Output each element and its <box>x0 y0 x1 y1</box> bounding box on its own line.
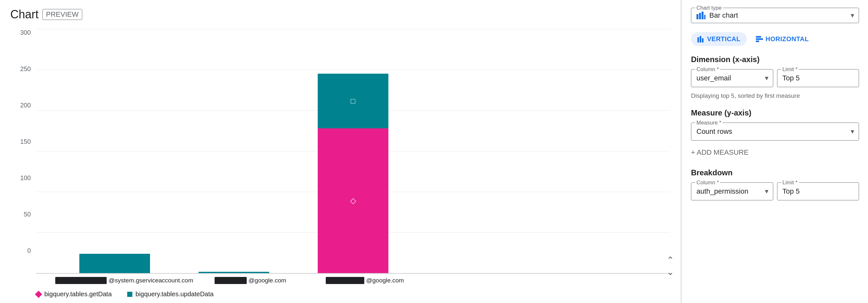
x-label-group-5 <box>536 274 651 284</box>
bar-chart-icon <box>696 11 706 19</box>
breakdown-column-field: Column * auth_permission ▾ <box>691 183 773 200</box>
y-axis: 300 250 200 150 100 50 0 <box>10 29 36 274</box>
chart-type-field: Chart type Bar chart ▾ <box>691 8 859 23</box>
redacted-1 <box>55 277 107 284</box>
legend-label-teal: bigquery.tables.updateData <box>135 291 214 298</box>
chart-type-section: Chart type Bar chart ▾ <box>691 8 859 23</box>
chart-legend: bigquery.tables.getData bigquery.tables.… <box>10 284 670 303</box>
legend-square-icon <box>127 292 132 297</box>
redacted-3 <box>326 277 364 284</box>
breakdown-column-label: Column * <box>695 180 720 186</box>
x-label-suffix-1: @system.gserviceaccount.com <box>108 277 193 284</box>
column-value: user_email <box>696 74 731 82</box>
svg-rect-0 <box>696 14 699 19</box>
breakdown-limit-field: Limit * Top 5 <box>777 183 859 200</box>
x-label-suffix-2: @google.com <box>249 277 286 284</box>
chart-title: Chart <box>10 8 38 21</box>
bar-group-2 <box>175 272 293 273</box>
measure-field-label: Measure * <box>695 120 722 126</box>
add-measure-button[interactable]: + ADD MEASURE <box>691 146 748 159</box>
horizontal-label: HORIZONTAL <box>766 35 809 43</box>
y-axis-150: 150 <box>20 138 31 145</box>
chart-area: Chart PREVIEW 300 250 200 150 100 50 0 <box>0 0 680 303</box>
svg-rect-1 <box>699 13 701 19</box>
measure-section: Measure (y-axis) Measure * Count rows ▾ … <box>691 108 859 159</box>
bar-icon-diamond: ◇ <box>350 196 356 205</box>
breakdown-limit-label: Limit * <box>781 180 799 186</box>
dimension-field-row: Column * user_email ▾ Limit * Top 5 <box>691 69 859 87</box>
chart-plot: 300 250 200 150 100 50 0 <box>10 29 670 274</box>
y-axis-50: 50 <box>24 211 31 218</box>
bar-stack-3: ◇ □ <box>318 74 389 273</box>
right-panel: Chart type Bar chart ▾ VERT <box>682 0 868 303</box>
y-axis-300: 300 <box>20 29 31 36</box>
limit-value: Top 5 <box>782 74 800 82</box>
chart-type-value: Bar chart <box>709 11 844 20</box>
y-axis-0: 0 <box>27 247 31 254</box>
svg-rect-4 <box>698 37 699 43</box>
limit-field: Limit * Top 5 <box>777 69 859 87</box>
legend-item-pink: bigquery.tables.getData <box>36 291 112 298</box>
add-measure-label: + ADD MEASURE <box>691 148 748 157</box>
column-field-label: Column * <box>695 66 720 73</box>
bars-container: ◇ □ <box>36 29 670 273</box>
chevron-down-icon[interactable]: ⌄ <box>666 267 674 277</box>
y-axis-200: 200 <box>20 102 31 109</box>
measure-value: Count rows <box>696 128 732 136</box>
svg-rect-8 <box>756 38 763 40</box>
bar-group-1 <box>55 254 175 273</box>
bar-icon-square: □ <box>351 97 355 106</box>
svg-rect-2 <box>702 11 704 19</box>
bar-stack-2 <box>198 272 269 273</box>
x-label-suffix-3: @google.com <box>366 277 404 284</box>
breakdown-section: Breakdown Column * auth_permission ▾ Lim… <box>691 168 859 200</box>
x-label-group-4 <box>422 274 536 284</box>
legend-diamond-icon <box>35 291 42 298</box>
chart-body: ◇ □ <box>36 29 670 274</box>
bar-pink-3: ◇ <box>318 128 389 273</box>
x-label-group-2: @google.com <box>193 274 307 284</box>
horizontal-button[interactable]: HORIZONTAL <box>749 32 815 46</box>
bar-group-3: ◇ □ <box>293 74 413 273</box>
orientation-buttons: VERTICAL HORIZONTAL <box>691 32 859 46</box>
measure-title: Measure (y-axis) <box>691 108 859 117</box>
chevron-up-icon[interactable]: ⌃ <box>666 255 674 265</box>
breakdown-field-row: Column * auth_permission ▾ Limit * Top 5 <box>691 183 859 200</box>
redacted-2 <box>215 277 247 284</box>
x-label-group-3: @google.com <box>307 274 422 284</box>
svg-rect-7 <box>756 36 761 38</box>
bar-teal-3: □ <box>318 74 389 128</box>
preview-badge: PREVIEW <box>42 9 82 20</box>
scroll-indicator[interactable]: ⌃ ⌄ <box>666 255 674 277</box>
column-field: Column * user_email ▾ <box>691 69 773 87</box>
legend-label-pink: bigquery.tables.getData <box>44 291 112 298</box>
limit-field-label: Limit * <box>781 66 799 73</box>
svg-rect-5 <box>700 36 701 43</box>
chart-type-label: Chart type <box>695 5 723 11</box>
breakdown-limit-value: Top 5 <box>782 187 800 195</box>
chart-header: Chart PREVIEW <box>10 8 670 21</box>
bar-teal-1 <box>79 254 150 273</box>
breakdown-column-value: auth_permission <box>696 187 748 196</box>
vertical-bar-icon <box>698 36 705 43</box>
dimension-title: Dimension (x-axis) <box>691 55 859 64</box>
hint-text: Displaying top 5, sorted by first measur… <box>691 92 859 100</box>
svg-rect-9 <box>756 40 759 42</box>
horizontal-bar-icon <box>756 36 763 43</box>
svg-rect-3 <box>704 15 706 19</box>
x-label-3: @google.com <box>326 277 404 284</box>
bar-stack-1 <box>79 254 150 273</box>
breakdown-title: Breakdown <box>691 168 859 177</box>
y-axis-100: 100 <box>20 174 31 182</box>
vertical-label: VERTICAL <box>707 35 741 43</box>
legend-item-teal: bigquery.tables.updateData <box>127 291 214 298</box>
measure-field: Measure * Count rows ▾ <box>691 122 859 141</box>
chart-container: 300 250 200 150 100 50 0 <box>10 29 670 303</box>
bar-teal-2 <box>198 272 269 273</box>
x-label-2: @google.com <box>215 277 286 284</box>
vertical-button[interactable]: VERTICAL <box>691 32 747 46</box>
svg-rect-6 <box>702 38 704 43</box>
dimension-section: Dimension (x-axis) Column * user_email ▾… <box>691 55 859 100</box>
x-label-1: @system.gserviceaccount.com <box>55 277 193 284</box>
y-axis-250: 250 <box>20 65 31 73</box>
